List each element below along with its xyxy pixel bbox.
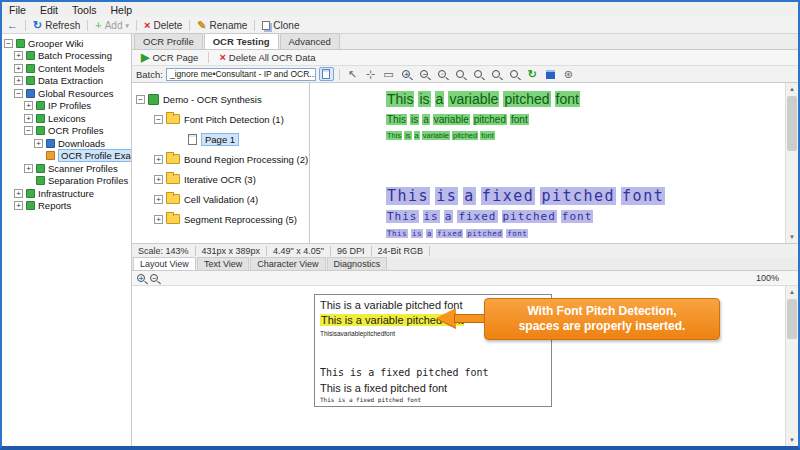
sidebar-item-label: OCR Profiles: [48, 125, 103, 136]
expand-icon[interactable]: [24, 114, 33, 123]
collapse-icon[interactable]: [14, 89, 23, 98]
variable-font-line-large: Thisisavariablepitchedfont: [386, 91, 584, 107]
sidebar-item-content-models[interactable]: Content Models: [2, 62, 131, 75]
expand-icon[interactable]: [14, 64, 23, 73]
refresh-button[interactable]: ↻Refresh: [28, 18, 85, 33]
scroll-up-icon[interactable]: ▲: [786, 286, 798, 298]
zoom-height-button[interactable]: [489, 67, 504, 81]
delete-button[interactable]: ×Delete: [139, 18, 187, 33]
expand-icon[interactable]: [34, 139, 43, 148]
sidebar-item-lexicons[interactable]: Lexicons: [2, 112, 131, 125]
document-viewer[interactable]: Thisisavariablepitchedfont Thisisavariab…: [310, 83, 798, 243]
scrollbar-thumb[interactable]: [787, 96, 797, 151]
profile-tab-strip: OCR Profile OCR Testing Advanced: [132, 34, 798, 50]
tab-ocr-testing[interactable]: OCR Testing: [204, 33, 279, 49]
collapse-icon[interactable]: [154, 115, 163, 124]
tree-item-iterative-ocr[interactable]: Iterative OCR (3): [132, 169, 309, 189]
sidebar-item-separation-profiles[interactable]: Separation Profiles: [2, 175, 131, 188]
sidebar-item-global-resources[interactable]: Global Resources: [2, 87, 131, 100]
sidebar-item-scanner-profiles[interactable]: Scanner Profiles: [2, 162, 131, 175]
sidebar-item-ocr-profiles[interactable]: OCR Profiles: [2, 125, 131, 138]
refresh-view-button[interactable]: ↻: [525, 67, 540, 81]
region-tool-button[interactable]: ▭: [381, 67, 396, 81]
back-button[interactable]: ←: [2, 18, 23, 33]
tab-layout-view[interactable]: Layout View: [133, 257, 196, 270]
view-settings-button[interactable]: ⊛: [561, 67, 576, 81]
refresh-icon: ↻: [528, 69, 537, 80]
sidebar-item-grooper-wiki[interactable]: Grooper Wiki: [2, 37, 131, 50]
expand-icon[interactable]: [14, 76, 23, 85]
folder-icon: [166, 194, 180, 204]
tree-item-demo-ocr-synthesis[interactable]: Demo - OCR Synthesis: [132, 89, 309, 109]
zoom-out-button[interactable]: [417, 67, 432, 81]
tab-advanced[interactable]: Advanced: [280, 33, 340, 49]
expand-icon[interactable]: [154, 195, 163, 204]
tree-item-font-pitch-detection[interactable]: Font Pitch Detection (1): [132, 109, 309, 129]
tab-diagnostics[interactable]: Diagnostics: [327, 257, 388, 270]
scrollbar-thumb[interactable]: [787, 299, 797, 339]
zoom-width-icon: [474, 70, 482, 78]
scroll-down-icon[interactable]: ▼: [786, 434, 798, 446]
sidebar-item-ocr-profile-example[interactable]: OCR Profile Example: [2, 150, 131, 163]
tab-ocr-profile[interactable]: OCR Profile: [134, 33, 203, 49]
tree-item-cell-validation[interactable]: Cell Validation (4): [132, 189, 309, 209]
sidebar-item-data-extraction[interactable]: Data Extraction: [2, 75, 131, 88]
tab-character-view[interactable]: Character View: [250, 257, 325, 270]
tab-text-view[interactable]: Text View: [197, 257, 249, 270]
vertical-scrollbar[interactable]: ▲ ▼: [785, 83, 798, 243]
scale-value: Scale: 143%: [132, 246, 196, 256]
ocr-page-button[interactable]: ▶OCR Page: [136, 50, 203, 65]
scroll-up-icon[interactable]: ▲: [786, 83, 798, 95]
zoom-width-button[interactable]: [471, 67, 486, 81]
batch-icon: [148, 94, 159, 105]
sidebar-item-batch-processing[interactable]: Batch Processing: [2, 50, 131, 63]
zoom-fit-button[interactable]: [453, 67, 468, 81]
sidebar-item-reports[interactable]: Reports: [2, 200, 131, 213]
collapse-icon[interactable]: [4, 39, 13, 48]
tree-item-bound-region-processing[interactable]: Bound Region Processing (2): [132, 149, 309, 169]
node-icon: [26, 201, 35, 210]
expand-icon[interactable]: [154, 215, 163, 224]
sidebar-item-label: OCR Profile Example: [58, 149, 132, 162]
scroll-down-icon[interactable]: ▼: [786, 231, 798, 243]
page-view-toggle[interactable]: [319, 67, 334, 81]
zoom-in-icon[interactable]: [137, 274, 145, 282]
sidebar-item-downloads[interactable]: Downloads: [2, 137, 131, 150]
expand-icon[interactable]: [14, 201, 23, 210]
zoom-region-button[interactable]: [435, 67, 450, 81]
menu-file[interactable]: File: [2, 4, 33, 16]
sidebar-item-ip-profiles[interactable]: IP Profiles: [2, 100, 131, 113]
expand-icon[interactable]: [14, 189, 23, 198]
expand-icon[interactable]: [154, 155, 163, 164]
save-image-button[interactable]: [543, 67, 558, 81]
tree-item-segment-reprocessing[interactable]: Segment Reprocessing (5): [132, 209, 309, 229]
zoom-in-button[interactable]: [399, 67, 414, 81]
batch-label: Batch:: [136, 69, 163, 80]
toolbar-separator: [254, 20, 255, 31]
expand-icon[interactable]: [14, 51, 23, 60]
expand-icon[interactable]: [24, 164, 33, 173]
delete-all-ocr-data-button[interactable]: ×Delete All OCR Data: [214, 50, 320, 65]
collapse-icon[interactable]: [136, 95, 145, 104]
sidebar-item-label: Lexicons: [48, 113, 86, 124]
menu-help[interactable]: Help: [104, 4, 140, 16]
tree-item-page-1[interactable]: Page 1: [132, 129, 309, 149]
sidebar-item-label: Batch Processing: [38, 50, 112, 61]
add-button[interactable]: +Add▾: [90, 18, 134, 33]
expand-icon[interactable]: [24, 101, 33, 110]
preview-zoom-bar: 100%: [132, 271, 798, 286]
sidebar-item-infrastructure[interactable]: Infrastructure: [2, 187, 131, 200]
menu-tools[interactable]: Tools: [65, 4, 104, 16]
rename-button[interactable]: ✎Rename: [192, 18, 252, 33]
menu-edit[interactable]: Edit: [33, 4, 65, 16]
batch-select[interactable]: _ignore me•Consultant - IP and OCR...▾: [166, 68, 316, 81]
pointer-tool-button[interactable]: ↖: [345, 67, 360, 81]
layout-preview[interactable]: This is a variable pitched font This is …: [132, 286, 798, 446]
pan-tool-button[interactable]: ⊹: [363, 67, 378, 81]
expand-icon[interactable]: [154, 175, 163, 184]
vertical-scrollbar[interactable]: ▲ ▼: [785, 286, 798, 446]
zoom-out-icon[interactable]: [150, 274, 158, 282]
zoom-actual-button[interactable]: [507, 67, 522, 81]
collapse-icon[interactable]: [24, 126, 33, 135]
clone-button[interactable]: Clone: [257, 18, 304, 33]
